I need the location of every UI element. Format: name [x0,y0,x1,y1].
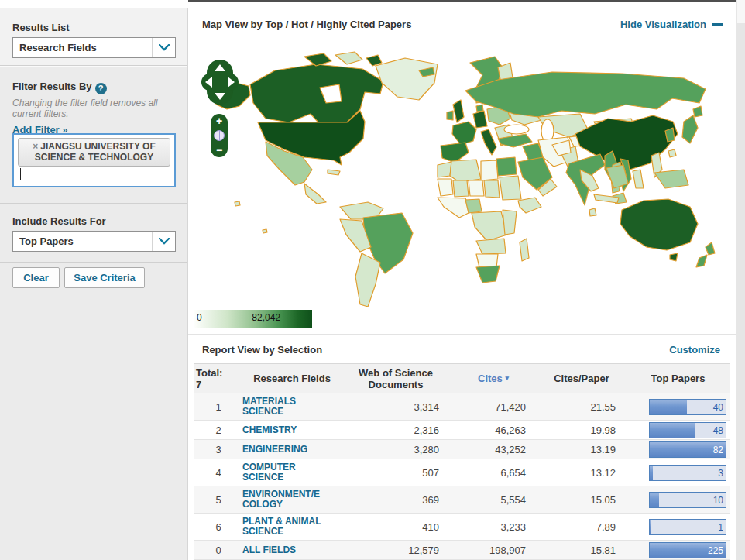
research-field-link[interactable]: ENGINEERING [242,442,307,457]
legend-min-value: 0 [197,312,202,323]
filter-by-label: Filter Results By [12,81,92,92]
country-taiwan [668,149,676,157]
scrollbar-thumb[interactable] [737,0,745,23]
black-sea [504,125,529,134]
globe-icon[interactable] [214,130,225,141]
country-greenland [376,58,438,100]
country-new-guinea [654,170,688,188]
cites-value: 71,420 [450,401,537,413]
research-field-link[interactable]: COMPUTER SCIENCE [242,460,296,485]
chevron-down-icon [152,38,175,57]
top-papers-value: 225 [708,545,723,556]
country-japan-hokkaido [693,106,702,117]
cites-value: 43,252 [450,444,537,455]
top-papers-bar-fill [650,423,695,438]
filter-tag-label: JIANGSU UNIVERSITY OF SCIENCE & TECHNOLO… [35,141,156,163]
row-rank: 5 [194,494,242,506]
research-field-link[interactable]: ALL FIELDS [242,543,296,558]
documents-value: 3,314 [342,401,450,413]
country-australia [620,199,698,250]
cites-value: 6,654 [450,467,537,479]
country-canada [250,64,383,122]
include-results-label: Include Results For [12,215,106,227]
world-map[interactable] [188,47,736,309]
pan-left-icon[interactable] [205,77,212,88]
cites-value: 3,233 [450,521,537,533]
help-icon[interactable]: ? [95,83,107,94]
hide-visualization-link[interactable]: Hide Visualization [620,19,706,30]
country-new-zealand-south [696,255,707,267]
scrollbar[interactable] [736,0,745,560]
country-argentina [355,253,380,307]
country-denmark [476,105,483,112]
top-papers-bar: 3 [649,465,726,481]
remove-filter-icon[interactable]: × [33,141,38,152]
filter-by-heading: Filter Results By? [12,79,107,94]
research-field-link[interactable]: PLANT & ANIMAL SCIENCE [242,514,321,539]
country-sulawesi [633,170,644,188]
country-angola-zambia [476,239,506,254]
map-area: + − 0 82,042 [188,47,736,335]
research-field-link[interactable]: ENVIRONMENT/E COLOGY [242,487,320,512]
cites-value: 46,263 [450,424,537,436]
country-cuba [328,170,340,175]
filter-tag-chip[interactable]: ×JIANGSU UNIVERSITY OF SCIENCE & TECHNOL… [18,138,170,167]
section-divider [0,262,187,263]
country-drc [472,211,507,241]
research-field-link[interactable]: CHEMISTRY [242,423,297,438]
country-sudan [500,176,521,200]
cites-value: 198,907 [450,545,537,556]
section-divider [0,65,187,67]
documents-value: 3,280 [342,444,450,455]
island-dot [263,229,267,233]
customize-link[interactable]: Customize [669,344,720,356]
documents-value: 2,316 [342,424,450,436]
collapse-icon[interactable] [712,23,723,26]
results-list-dropdown[interactable]: Research Fields [12,37,176,58]
filter-sidebar: Results List Research Fields Filter Resu… [0,8,188,560]
top-papers-bar: 48 [649,422,726,438]
save-criteria-button[interactable]: Save Criteria [64,267,145,288]
include-results-dropdown[interactable]: Top Papers [12,231,176,252]
table-row: 4COMPUTER SCIENCE5076,65413.123 [194,459,730,486]
legend-max-value: 82,042 [252,312,280,323]
country-mauritania [438,179,453,196]
country-nigeria [465,199,482,213]
country-ireland [447,111,453,120]
row-rank: 6 [194,521,242,533]
arctic-island [366,55,382,66]
zoom-out-icon[interactable]: − [216,145,222,156]
country-algeria [450,160,481,182]
country-france [452,122,476,145]
table-header-row: Total: 7 Research Fields Web of Science … [194,363,730,393]
top-papers-bar: 1 [649,519,726,535]
cites-per-paper-value: 15.81 [537,545,627,556]
country-egypt [496,157,517,176]
pan-down-icon[interactable] [215,93,225,100]
research-field-link[interactable]: MATERIALS SCIENCE [242,394,296,419]
pan-right-icon[interactable] [228,77,235,88]
row-rank: 0 [194,545,242,556]
map-zoom-control[interactable]: + − [211,114,228,157]
row-rank: 1 [194,401,242,413]
country-niger [469,180,484,196]
pan-up-icon[interactable] [215,64,225,71]
col-header-cites-sort[interactable]: Cites ▾ [450,373,537,384]
country-tasmania [670,253,678,261]
cites-per-paper-value: 7.89 [537,521,627,533]
clear-button[interactable]: Clear [12,267,60,288]
country-uk [453,100,464,122]
top-papers-value: 1 [718,522,723,533]
country-japan [682,115,698,143]
zoom-in-icon[interactable]: + [216,115,222,126]
row-rank: 3 [194,444,242,455]
top-papers-bar: 225 [649,542,726,558]
map-pan-control[interactable] [207,60,233,105]
cites-per-paper-value: 19.98 [537,424,627,436]
top-papers-bar-fill [650,520,651,534]
row-rank: 4 [194,467,242,479]
filter-input-box[interactable]: ×JIANGSU UNIVERSITY OF SCIENCE & TECHNOL… [12,133,176,187]
sort-desc-icon: ▾ [505,374,509,382]
country-spain [441,143,469,163]
top-papers-bar: 40 [649,399,726,415]
